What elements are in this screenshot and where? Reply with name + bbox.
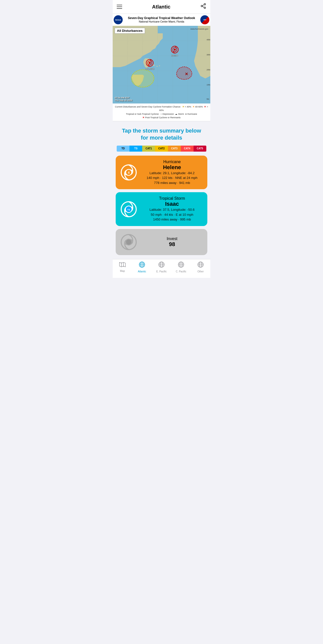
cat-td: TD — [117, 146, 129, 152]
storm-card-invest98[interactable]: Invest 98 — [116, 229, 207, 255]
svg-point-25 — [131, 70, 154, 87]
map-timestamp: 07:54 PM EDT Thu Sep 26 2024 — [115, 96, 132, 101]
nav-map[interactable]: Map — [113, 262, 132, 272]
svg-point-31 — [174, 49, 176, 51]
isaac-type: Tropical Storm — [141, 196, 203, 201]
other-icon — [197, 261, 204, 269]
helene-type: Hurricane — [141, 160, 203, 164]
map-filter-label[interactable]: All Disturbances — [115, 28, 145, 34]
helene-info: Hurricane Helene Latitude: 29.1, Longitu… — [141, 160, 203, 185]
svg-line-4 — [203, 5, 204, 6]
svg-text:5N: 5N — [207, 98, 209, 100]
noaa-logo: NOAA — [114, 15, 123, 24]
svg-rect-9 — [159, 65, 160, 66]
map-legend: Current Disturbances and Seven-Day Cyclo… — [113, 103, 210, 121]
svg-text:✕: ✕ — [185, 72, 188, 76]
nav-atlantic-label: Atlantic — [138, 270, 146, 273]
nav-cpacific-label: C. Pacific — [176, 270, 186, 273]
epacific-icon — [158, 261, 165, 269]
category-bar: TD TS CAT1 CAT2 CAT3 CAT4 CAT5 — [117, 146, 206, 152]
invest98-icon — [120, 233, 138, 251]
helene-details: Latitude: 29.1, Longitude: -84.2 140 mph… — [141, 171, 203, 185]
page-title: Atlantic — [152, 4, 170, 10]
svg-text:45N: 45N — [207, 39, 210, 41]
cat-3: CAT3 — [168, 146, 181, 152]
svg-text:35N: 35N — [207, 54, 210, 56]
invest98-name: 98 — [141, 241, 203, 248]
isaac-info: Tropical Storm Isaac Latitude: 37.5, Lon… — [141, 196, 203, 222]
svg-point-28 — [149, 62, 151, 64]
cat-ts: TS — [129, 146, 142, 152]
map-image[interactable]: 45N 35N 25N 15N 5N ✕ HELENE — [113, 26, 210, 103]
helene-icon: 4 — [120, 163, 138, 181]
map-icon — [119, 262, 126, 269]
map-title: Seven-Day Graphical Tropical Weather Out… — [123, 16, 200, 24]
map-header: NOAA Seven-Day Graphical Tropical Weathe… — [113, 14, 210, 26]
map-url: www.hurricanes.gov — [190, 28, 208, 30]
nav-other[interactable]: Other — [191, 261, 210, 273]
svg-text:HELENE: HELENE — [145, 68, 154, 70]
map-section: NOAA Seven-Day Graphical Tropical Weathe… — [113, 14, 210, 121]
cat-4: CAT4 — [181, 146, 194, 152]
invest98-type: Invest — [141, 237, 203, 241]
svg-line-3 — [203, 7, 204, 8]
nav-epacific-label: E. Pacific — [156, 270, 167, 273]
svg-text:4: 4 — [128, 171, 130, 174]
menu-button[interactable] — [117, 5, 122, 9]
tap-prompt: Tap the storm summary below for more det… — [113, 121, 210, 146]
helene-name: Helene — [141, 164, 203, 171]
atlantic-icon — [139, 261, 145, 269]
svg-text:15N: 15N — [207, 84, 210, 86]
storm-card-helene[interactable]: 4 Hurricane Helene Latitude: 29.1, Longi… — [116, 156, 207, 189]
invest98-info: Invest 98 — [141, 237, 203, 248]
cat-1: CAT1 — [142, 146, 155, 152]
nav-atlantic[interactable]: Atlantic — [132, 261, 152, 273]
isaac-icon: TS — [120, 200, 138, 218]
svg-rect-8 — [156, 66, 158, 67]
nws-logo: NWS — [200, 15, 209, 24]
share-button[interactable] — [200, 3, 206, 11]
nav-epacific[interactable]: E. Pacific — [152, 261, 171, 273]
svg-text:ISAAC: ISAAC — [171, 54, 179, 57]
bottom-nav: Map Atlantic E. Pacific — [113, 259, 210, 278]
cat-5: CAT5 — [194, 146, 206, 152]
nav-cpacific[interactable]: C. Pacific — [171, 261, 191, 273]
svg-text:TS: TS — [127, 208, 130, 211]
cat-2: CAT2 — [155, 146, 168, 152]
cpacific-icon — [178, 261, 184, 269]
storm-list: 4 Hurricane Helene Latitude: 29.1, Longi… — [113, 156, 210, 255]
svg-point-40 — [126, 239, 132, 245]
isaac-details: Latitude: 37.5, Longitude: -50.6 50 mph … — [141, 207, 203, 222]
nav-map-label: Map — [120, 270, 125, 272]
app-header: Atlantic — [113, 0, 210, 14]
storm-card-isaac[interactable]: TS Tropical Storm Isaac Latitude: 37.5, … — [116, 192, 207, 226]
svg-text:25N: 25N — [207, 69, 210, 71]
nav-other-label: Other — [197, 270, 204, 273]
isaac-name: Isaac — [141, 201, 203, 207]
